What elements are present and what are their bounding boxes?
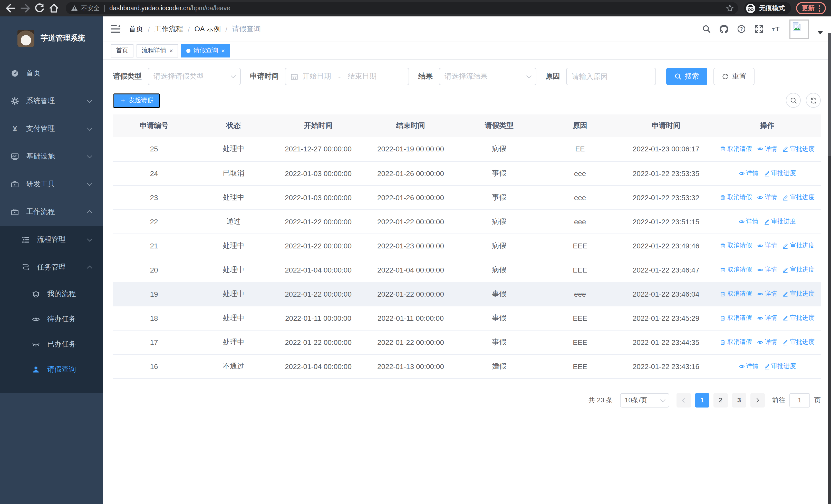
leave-type-select[interactable]: 请选择请假类型 bbox=[148, 68, 241, 85]
action-detail-button[interactable]: 详情 bbox=[757, 145, 777, 153]
show-search-toggle-button[interactable] bbox=[786, 93, 801, 108]
cell-status: 处理中 bbox=[195, 306, 272, 330]
reason-input[interactable] bbox=[566, 68, 656, 85]
home-icon[interactable] bbox=[48, 3, 60, 14]
jump-page-input[interactable] bbox=[790, 393, 810, 407]
refresh-table-button[interactable] bbox=[806, 93, 821, 108]
font-size-icon[interactable]: TT bbox=[772, 25, 781, 33]
create-leave-button[interactable]: ＋ 发起请假 bbox=[113, 93, 160, 108]
action-progress-button[interactable]: 审批进度 bbox=[782, 265, 814, 274]
apply-time-range-picker[interactable]: 开始日期 - 结束日期 bbox=[285, 68, 409, 85]
close-icon[interactable]: × bbox=[221, 47, 225, 54]
sidebar-item-请假查询[interactable]: 请假查询 bbox=[0, 357, 103, 382]
browser-menu-icon[interactable] bbox=[819, 5, 820, 11]
action-cancel-button[interactable]: 取消请假 bbox=[720, 290, 752, 298]
action-cancel-button[interactable]: 取消请假 bbox=[720, 338, 752, 347]
cell-status: 处理中 bbox=[195, 258, 272, 282]
breadcrumb-workflow[interactable]: 工作流程 bbox=[154, 24, 183, 34]
cell-status: 处理中 bbox=[195, 282, 272, 306]
action-progress-button[interactable]: 审批进度 bbox=[782, 241, 814, 250]
plus-icon: ＋ bbox=[120, 97, 126, 104]
action-detail-button[interactable]: 详情 bbox=[757, 241, 777, 250]
close-icon[interactable]: × bbox=[169, 47, 173, 54]
action-cancel-button[interactable]: 取消请假 bbox=[720, 193, 752, 202]
page-button-2[interactable]: 2 bbox=[713, 393, 728, 407]
action-detail-button[interactable]: 详情 bbox=[757, 338, 777, 347]
sidebar-item-工作流程[interactable]: 工作流程 bbox=[0, 198, 103, 226]
action-detail-button[interactable]: 详情 bbox=[738, 362, 758, 370]
cell-status: 处理中 bbox=[195, 234, 272, 258]
action-progress-button[interactable]: 审批进度 bbox=[764, 217, 796, 226]
dashboard-icon bbox=[11, 69, 19, 78]
sidebar-item-支付管理[interactable]: ¥支付管理 bbox=[0, 115, 103, 143]
action-detail-button[interactable]: 详情 bbox=[738, 169, 758, 178]
browser-update-button[interactable]: 更新 bbox=[796, 2, 826, 14]
action-progress-button[interactable]: 审批进度 bbox=[782, 338, 814, 347]
active-tag-dot bbox=[186, 49, 191, 53]
action-detail-button[interactable]: 详情 bbox=[757, 265, 777, 274]
action-progress-button[interactable]: 审批进度 bbox=[782, 314, 814, 322]
sidebar-collapse-icon[interactable] bbox=[111, 25, 121, 33]
header-search-icon[interactable] bbox=[702, 25, 711, 33]
prev-page-button[interactable] bbox=[677, 393, 691, 407]
sidebar-item-待办任务[interactable]: 待办任务 bbox=[0, 306, 103, 331]
action-cancel-button[interactable]: 取消请假 bbox=[720, 265, 752, 274]
sidebar-item-我的流程[interactable]: 我的流程 bbox=[0, 281, 103, 306]
cell-id: 23 bbox=[113, 185, 195, 209]
help-icon[interactable]: ? bbox=[737, 25, 746, 33]
action-progress-button[interactable]: 审批进度 bbox=[764, 362, 796, 370]
fullscreen-icon[interactable] bbox=[754, 25, 763, 33]
action-progress-button[interactable]: 审批进度 bbox=[764, 169, 796, 178]
breadcrumb-home[interactable]: 首页 bbox=[129, 24, 143, 34]
pen-icon bbox=[782, 194, 789, 200]
action-progress-button[interactable]: 审批进度 bbox=[782, 145, 814, 153]
tag-流程详情[interactable]: 流程详情× bbox=[137, 44, 178, 57]
sidebar-item-流程管理[interactable]: 流程管理 bbox=[0, 226, 103, 254]
action-detail-button[interactable]: 详情 bbox=[738, 217, 758, 226]
search-button[interactable]: 搜索 bbox=[666, 68, 707, 85]
action-cancel-button[interactable]: 取消请假 bbox=[720, 241, 752, 250]
bookmark-star-icon[interactable] bbox=[726, 4, 734, 12]
github-icon[interactable] bbox=[720, 25, 728, 33]
app-logo[interactable]: 芋道管理系统 bbox=[0, 17, 103, 60]
back-icon[interactable] bbox=[5, 3, 17, 14]
chevron-down-icon bbox=[231, 73, 236, 78]
user-avatar[interactable] bbox=[790, 19, 809, 39]
reset-button[interactable]: 重置 bbox=[713, 68, 754, 85]
reload-icon[interactable] bbox=[34, 3, 45, 14]
avatar-dropdown-caret-icon[interactable] bbox=[818, 31, 823, 34]
breadcrumb-oa[interactable]: OA 示例 bbox=[195, 24, 221, 34]
action-detail-button[interactable]: 详情 bbox=[757, 193, 777, 202]
tag-首页[interactable]: 首页 bbox=[111, 44, 134, 57]
cell-actions: 取消请假详情审批进度 bbox=[713, 185, 821, 209]
cell-start-time: 2021-12-27 00:00:00 bbox=[272, 137, 365, 161]
action-progress-button[interactable]: 审批进度 bbox=[782, 193, 814, 202]
page-button-1[interactable]: 1 bbox=[695, 393, 709, 407]
sidebar-item-系统管理[interactable]: 系统管理 bbox=[0, 87, 103, 115]
page-scrollbar[interactable] bbox=[828, 33, 831, 504]
url-bar[interactable]: 不安全 dashboard.yudao.iocoder.cn/bpm/oa/le… bbox=[66, 2, 738, 14]
action-detail-button[interactable]: 详情 bbox=[757, 290, 777, 298]
next-page-button[interactable] bbox=[750, 393, 765, 407]
sidebar-item-研发工具[interactable]: 研发工具 bbox=[0, 170, 103, 198]
sidebar-item-已办任务[interactable]: 已办任务 bbox=[0, 331, 103, 357]
sidebar-item-label: 首页 bbox=[26, 69, 40, 78]
cell-status: 通过 bbox=[195, 209, 272, 234]
page-button-3[interactable]: 3 bbox=[732, 393, 746, 407]
not-secure-label[interactable]: 不安全 bbox=[81, 4, 99, 12]
action-cancel-button[interactable]: 取消请假 bbox=[720, 145, 752, 153]
forward-icon[interactable] bbox=[20, 3, 31, 14]
scrollbar-thumb[interactable] bbox=[828, 33, 831, 156]
page-size-select[interactable]: 10条/页 bbox=[620, 393, 669, 407]
sidebar-item-首页[interactable]: 首页 bbox=[0, 60, 103, 87]
action-detail-button[interactable]: 详情 bbox=[757, 314, 777, 322]
not-secure-warning-icon bbox=[71, 5, 78, 12]
action-cancel-button[interactable]: 取消请假 bbox=[720, 314, 752, 322]
action-progress-button[interactable]: 审批进度 bbox=[782, 290, 814, 298]
result-select[interactable]: 请选择流结果 bbox=[439, 68, 536, 85]
sidebar-item-基础设施[interactable]: 基础设施 bbox=[0, 143, 103, 170]
sidebar-item-任务管理[interactable]: 任务管理 bbox=[0, 254, 103, 281]
cell-start-time: 2022-01-22 00:00:00 bbox=[272, 330, 365, 354]
tag-请假查询[interactable]: 请假查询× bbox=[181, 44, 230, 57]
cell-start-time: 2022-01-03 00:00:00 bbox=[272, 161, 365, 185]
